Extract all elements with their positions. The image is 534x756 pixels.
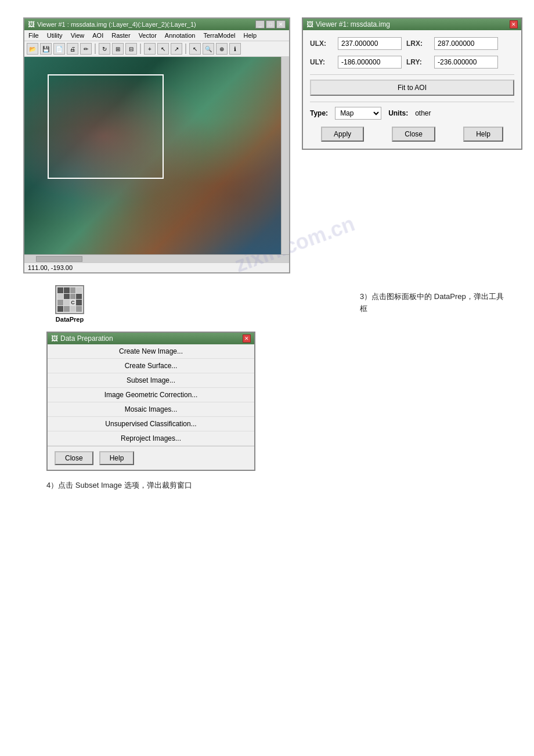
lry-label: LRY: (406, 58, 430, 66)
dp-title-left: 🖼 Data Preparation (51, 334, 113, 343)
aoi-rectangle (48, 74, 164, 179)
uly-input[interactable] (338, 56, 402, 69)
menu-mosaic-images[interactable]: Mosaic Images... (48, 402, 254, 417)
step4-text: 4）点击 Subset Image 选项，弹出裁剪窗口 (46, 480, 511, 492)
dp-cell (70, 287, 76, 293)
dataprep-icon[interactable]: C (55, 285, 84, 314)
units-label: Units: (388, 109, 408, 117)
viewer-image (24, 57, 289, 254)
viewer-window: 🖼 Viewer #1 : mssdata.img (:Layer_4)(:La… (23, 17, 290, 273)
menu-raster[interactable]: Raster (110, 31, 132, 39)
lrx-input[interactable] (434, 37, 498, 50)
aoi-close-x[interactable]: ✕ (510, 20, 518, 28)
dp-cell (57, 300, 63, 305)
units-value: other (415, 109, 431, 117)
dp-cell (70, 294, 76, 300)
scrollbar-horizontal[interactable] (24, 254, 289, 262)
dp-cell (64, 306, 70, 312)
viewer-image-container (24, 57, 289, 254)
menu-image-geometric-correction[interactable]: Image Geometric Correction... (48, 388, 254, 402)
dp-cell (76, 306, 82, 312)
menu-create-surface[interactable]: Create Surface... (48, 359, 254, 373)
lry-input[interactable] (434, 56, 498, 69)
menu-help[interactable]: Help (241, 31, 258, 39)
aoi-ulx-row: ULX: LRX: (310, 37, 514, 50)
dp-titlebar: 🖼 Data Preparation ✕ (48, 333, 254, 344)
dp-close-button[interactable]: Close (55, 451, 93, 465)
toolbar-save[interactable]: 💾 (40, 43, 52, 55)
dp-cell (64, 294, 70, 300)
step3-text: 3）点击图标面板中的 DataPrep，弹出工具框 (360, 291, 511, 315)
aoi-divider1 (310, 74, 514, 75)
toolbar-zoom-in[interactable]: 🔍 (203, 43, 214, 55)
menu-subset-image[interactable]: Subset Image... (48, 373, 254, 388)
menu-unsupervised-classification[interactable]: Unsupervised Classification... (48, 417, 254, 431)
menu-file[interactable]: File (27, 31, 41, 39)
dp-cell (57, 294, 63, 300)
toolbar-plus[interactable]: + (144, 43, 156, 55)
toolbar-arrow1[interactable]: ↖ (157, 43, 169, 55)
dp-title-text: Data Preparation (60, 334, 113, 343)
type-select[interactable]: Map File (335, 107, 381, 120)
top-section: 🖼 Viewer #1 : mssdata.img (:Layer_4)(:La… (23, 17, 511, 273)
minimize-button[interactable]: _ (255, 20, 265, 28)
menu-annotation[interactable]: Annotation (163, 31, 197, 39)
toolbar-edit[interactable]: ✏ (80, 43, 92, 55)
dataprep-icon-wrapper: C DataPrep (46, 285, 93, 323)
toolbar-sep1 (95, 44, 96, 54)
viewer-statusbar: 111.00, -193.00 (24, 262, 289, 272)
dp-menu-list: Create New Image... Create Surface... Su… (48, 344, 254, 446)
toolbar-cursor[interactable]: ↖ (189, 43, 201, 55)
dp-cell-c: C (70, 300, 76, 305)
maximize-button[interactable]: □ (266, 20, 275, 28)
toolbar-arrow2[interactable]: ↗ (171, 43, 182, 55)
menu-view[interactable]: View (69, 31, 86, 39)
apply-button[interactable]: Apply (321, 127, 364, 142)
menu-reproject-images[interactable]: Reproject Images... (48, 431, 254, 446)
menu-aoi[interactable]: AOI (91, 31, 105, 39)
step3-right: 3）点击图标面板中的 DataPrep，弹出工具框 (360, 285, 511, 322)
dp-cell (64, 300, 70, 305)
close-button[interactable]: Close (392, 127, 435, 142)
scrollbar-thumb[interactable] (36, 256, 82, 262)
type-label: Type: (310, 109, 328, 117)
aoi-uly-row: ULY: LRY: (310, 56, 514, 69)
toolbar-doc[interactable]: 📄 (53, 43, 65, 55)
aoi-content: ULX: LRX: ULY: LRY: Fit to AOI Type: Map… (303, 30, 521, 149)
dp-footer: Close Help (48, 446, 254, 470)
scrollbar-vertical[interactable] (281, 57, 289, 254)
toolbar-open[interactable]: 📂 (27, 43, 38, 55)
aoi-title-text: Viewer #1: mssdata.img (316, 20, 390, 28)
close-button[interactable]: ✕ (276, 20, 286, 28)
toolbar-print[interactable]: 🖨 (67, 43, 78, 55)
toolbar-refresh[interactable]: ↻ (99, 43, 110, 55)
toolbar-table[interactable]: ⊟ (125, 43, 137, 55)
dp-cell (76, 287, 82, 293)
viewer-icon: 🖼 (28, 20, 35, 28)
dp-cell (64, 287, 70, 293)
ulx-label: ULX: (310, 39, 333, 48)
dp-icon: 🖼 (51, 334, 58, 343)
data-prep-dialog: 🖼 Data Preparation ✕ Create New Image...… (46, 332, 255, 471)
dp-close-x[interactable]: ✕ (243, 334, 251, 343)
viewer-titlebar: 🖼 Viewer #1 : mssdata.img (:Layer_4)(:La… (24, 19, 289, 30)
toolbar-zoom-fit[interactable]: ⊕ (216, 43, 228, 55)
toolbar-grid[interactable]: ⊞ (112, 43, 124, 55)
viewer-toolbar: 📂 💾 📄 🖨 ✏ ↻ ⊞ ⊟ + ↖ ↗ ↖ 🔍 ⊕ ℹ (24, 41, 289, 57)
dp-cell (76, 294, 82, 300)
dp-help-button[interactable]: Help (99, 451, 135, 465)
toolbar-info[interactable]: ℹ (229, 43, 241, 55)
viewer-title-left: 🖼 Viewer #1 : mssdata.img (:Layer_4)(:La… (28, 20, 196, 28)
help-button[interactable]: Help (463, 127, 503, 142)
viewer-coordinates: 111.00, -193.00 (28, 264, 73, 271)
viewer-controls: _ □ ✕ (255, 20, 286, 28)
viewer-title: Viewer #1 : mssdata.img (:Layer_4)(:Laye… (37, 21, 196, 28)
menu-create-new-image[interactable]: Create New Image... (48, 344, 254, 359)
menu-terramodel[interactable]: TerraModel (201, 31, 237, 39)
menu-vector[interactable]: Vector (137, 31, 158, 39)
aoi-titlebar: 🖼 Viewer #1: mssdata.img ✕ (303, 19, 521, 30)
menu-utility[interactable]: Utility (45, 31, 64, 39)
fit-to-aoi-button[interactable]: Fit to AOI (310, 80, 514, 96)
ulx-input[interactable] (338, 37, 402, 50)
aoi-divider2 (310, 102, 514, 102)
